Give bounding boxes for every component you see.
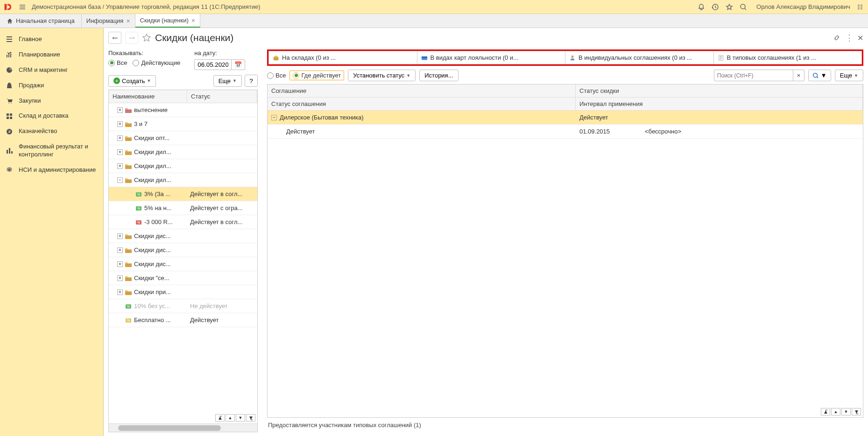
back-button[interactable]: 🡐	[108, 32, 121, 44]
tab-individual[interactable]: В индивидуальных соглашениях (0 из ...	[565, 51, 714, 64]
tree-row[interactable]: %5% на н...Действует с огра...	[109, 201, 257, 215]
search-input[interactable]	[714, 70, 793, 81]
sidebar-item-nsi[interactable]: НСИ и администрирование	[0, 162, 103, 178]
svg-point-20	[813, 73, 818, 77]
tree-row[interactable]: +3 и 7	[109, 117, 257, 131]
settings-icon[interactable]	[857, 3, 864, 11]
scroll-top-icon[interactable]: ▲̅	[821, 408, 830, 415]
col-agreement-status[interactable]: Статус соглашения	[268, 98, 576, 110]
scroll-down-icon[interactable]: ▼	[841, 408, 851, 415]
history-icon[interactable]	[712, 3, 719, 11]
close-icon[interactable]: ×	[126, 17, 130, 25]
page-header: 🡐 🡒 Скидки (наценки) ⋮ ✕	[108, 32, 863, 44]
tree-row[interactable]: +вытеснение	[109, 103, 257, 117]
expand-icon[interactable]: +	[117, 247, 123, 253]
horizontal-scrollbar[interactable]	[109, 423, 257, 432]
expand-icon[interactable]: +	[117, 261, 123, 267]
col-interval[interactable]: Интервал применения	[576, 98, 863, 110]
home-tab[interactable]: Начальная страница	[0, 14, 82, 28]
radio-all[interactable]: Все	[108, 59, 127, 66]
tree-row[interactable]: %Бесплатно ...Действует	[109, 313, 257, 327]
close-button[interactable]: ✕	[857, 34, 863, 42]
tree-row[interactable]: +Скидки дис...	[109, 229, 257, 243]
tree-row[interactable]: %3% (За ...Действует в согл...	[109, 187, 257, 201]
tree-row[interactable]: +Скидки дис...	[109, 243, 257, 257]
radio-active[interactable]: Действующие	[133, 59, 180, 66]
sidebar-item-finresult[interactable]: Финансовый результат и контроллинг	[0, 139, 103, 162]
expand-icon[interactable]: +	[117, 275, 123, 281]
more-button[interactable]: Еще▼	[213, 75, 242, 87]
col-status[interactable]: Статус	[187, 90, 257, 103]
folder-icon	[125, 177, 132, 183]
sidebar-item-main[interactable]: Главное	[0, 32, 103, 47]
radio-where[interactable]: Где действует	[289, 70, 344, 80]
calendar-icon[interactable]: 📅	[232, 59, 245, 70]
scroll-bottom-icon[interactable]: ▼̲	[246, 414, 255, 422]
scroll-up-icon[interactable]: ▲	[226, 414, 235, 422]
folder-icon	[125, 149, 132, 155]
col-name[interactable]: Наименование	[109, 90, 187, 103]
sidebar-item-treasury[interactable]: ₽Казначейство	[0, 124, 103, 139]
history-button[interactable]: История...	[419, 70, 458, 81]
tree-row[interactable]: %10% без ус...Не действует	[109, 299, 257, 313]
col-agreement[interactable]: Соглашение	[268, 84, 576, 97]
col-discount-status[interactable]: Статус скидки	[576, 84, 863, 97]
expand-icon[interactable]: +	[117, 135, 123, 141]
sidebar-item-warehouse[interactable]: Склад и доставка	[0, 108, 103, 124]
tab-warehouses[interactable]: На складах (0 из ...	[268, 51, 417, 64]
ruble-icon: ₽	[6, 128, 13, 135]
set-status-button[interactable]: Установить статус▼	[348, 70, 416, 81]
grid-row[interactable]: Действует01.09.2015<бессрочно>	[268, 125, 863, 139]
search-icon[interactable]	[740, 3, 747, 11]
tree-row[interactable]: +Скидки опт...	[109, 131, 257, 145]
tree-row[interactable]: +Скидки "се...	[109, 271, 257, 285]
tree-status-cell	[187, 122, 257, 127]
tab-discounts[interactable]: Скидки (наценки) ×	[135, 14, 200, 28]
more-right-button[interactable]: Еще▼	[835, 70, 863, 81]
collapse-icon[interactable]: −	[117, 177, 123, 183]
collapse-icon[interactable]: −	[271, 115, 277, 120]
sidebar-item-purchase[interactable]: Закупки	[0, 93, 103, 109]
close-icon[interactable]: ×	[191, 17, 195, 24]
scroll-up-icon[interactable]: ▲	[831, 408, 840, 415]
clear-search-icon[interactable]: ×	[793, 70, 805, 81]
favorite-star-icon[interactable]	[142, 33, 151, 42]
star-icon[interactable]	[726, 3, 733, 11]
tab-info[interactable]: Информация ×	[82, 14, 135, 28]
tree-row[interactable]: +Скидки дил...	[109, 145, 257, 159]
tree-name-cell: −Скидки дил...	[109, 174, 187, 186]
sidebar-item-sales[interactable]: Продажи	[0, 78, 103, 93]
help-button[interactable]: ?	[245, 75, 258, 87]
scroll-bottom-icon[interactable]: ▼̲	[852, 408, 861, 415]
svg-point-1	[741, 4, 745, 9]
radio-all-right[interactable]: Все	[267, 72, 286, 79]
tree-row[interactable]: −Скидки дил...	[109, 173, 257, 187]
grid-row[interactable]: −Дилерское (Бытовая техника)Действует	[268, 111, 863, 125]
expand-icon[interactable]: +	[117, 163, 123, 169]
svg-text:%: %	[137, 207, 140, 210]
hamburger-icon[interactable]	[19, 3, 26, 11]
tree-row[interactable]: +Скидки при...	[109, 285, 257, 299]
scroll-top-icon[interactable]: ▲̅	[215, 414, 225, 422]
create-button[interactable]: +Создать▼	[108, 75, 156, 87]
expand-icon[interactable]: +	[117, 289, 123, 295]
tab-loyalty[interactable]: В видах карт лояльности (0 и...	[417, 51, 566, 64]
scroll-down-icon[interactable]: ▼	[236, 414, 245, 422]
date-input[interactable]	[194, 59, 232, 70]
expand-icon[interactable]: +	[117, 149, 123, 155]
search-button[interactable]: ▼	[808, 70, 831, 81]
expand-icon[interactable]: +	[117, 121, 123, 127]
expand-icon[interactable]: +	[117, 233, 123, 239]
bell-icon[interactable]	[698, 3, 705, 11]
tree-row[interactable]: +Скидки дис...	[109, 257, 257, 271]
user-name[interactable]: Орлов Александр Владимирович	[756, 3, 850, 10]
more-icon[interactable]: ⋮	[845, 33, 853, 43]
sidebar-item-crm[interactable]: CRM и маркетинг	[0, 63, 103, 78]
tree-row[interactable]: %-3 000 R...Действует в согл...	[109, 215, 257, 229]
expand-icon[interactable]: +	[117, 107, 123, 113]
sidebar-item-planning[interactable]: Планирование	[0, 47, 103, 63]
content: 🡐 🡒 Скидки (наценки) ⋮ ✕ Показывать: Все…	[104, 28, 868, 436]
link-icon[interactable]	[833, 34, 840, 42]
tab-typical[interactable]: В типовых соглашениях (1 из ...	[714, 51, 862, 64]
tree-row[interactable]: +Скидки дил...	[109, 159, 257, 173]
